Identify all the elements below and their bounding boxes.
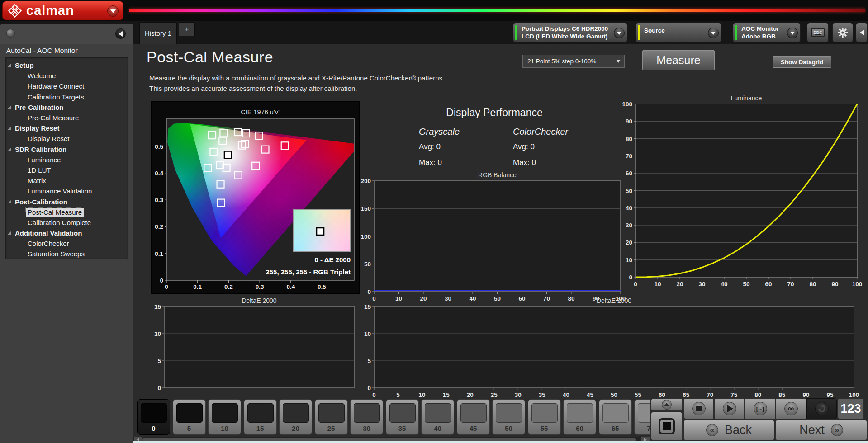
tree-section-sdr-calibration[interactable]: SDR Calibration xyxy=(6,144,128,155)
measure-button[interactable]: Measure xyxy=(642,50,715,70)
tree-item-saturation-sweeps[interactable]: Saturation Sweeps xyxy=(6,249,128,259)
display-line2: Adobe RGB xyxy=(741,33,776,40)
tree-section-post-calibration[interactable]: Post-Calibration xyxy=(6,196,128,207)
refresh-button[interactable] xyxy=(806,398,837,419)
source-label: Source xyxy=(644,27,665,34)
svg-text:5: 5 xyxy=(157,358,161,364)
svg-text:RGB Balance: RGB Balance xyxy=(478,172,517,179)
gray-patch xyxy=(602,403,629,423)
display-dropdown-arrow[interactable] xyxy=(787,28,798,38)
gray-step-35[interactable]: 35 xyxy=(386,399,419,435)
svg-text:0.2: 0.2 xyxy=(155,223,163,230)
tree-item-hardware-connect[interactable]: Hardware Connect xyxy=(6,81,128,91)
pattern-window-button[interactable] xyxy=(651,412,683,441)
gray-step-30[interactable]: 30 xyxy=(350,399,383,435)
svg-text:90: 90 xyxy=(802,391,809,398)
svg-text:100: 100 xyxy=(852,281,863,287)
svg-text:75: 75 xyxy=(730,391,738,398)
tree-item-luminance[interactable]: Luminance xyxy=(6,155,128,165)
svg-text:200: 200 xyxy=(360,178,371,184)
gray-step-40[interactable]: 40 xyxy=(421,399,454,435)
measure-range-button[interactable]: [··] xyxy=(745,398,775,419)
tree-item-calibration-targets[interactable]: Calibration Targets xyxy=(6,92,128,102)
svg-text:50: 50 xyxy=(743,281,749,287)
svg-text:70: 70 xyxy=(787,281,794,287)
logo-dropdown-arrow[interactable] xyxy=(107,5,119,17)
source-dropdown-arrow[interactable] xyxy=(708,28,719,38)
tree-section-additional-validation[interactable]: Additional Validation xyxy=(6,228,128,238)
svg-text:10: 10 xyxy=(654,281,661,287)
gray-step-55[interactable]: 55 xyxy=(528,399,561,435)
gray-step-0[interactable]: 0 xyxy=(137,399,170,435)
tree-item-calibration-complete[interactable]: Calibration Complete xyxy=(6,217,128,228)
back-button[interactable]: « Back xyxy=(683,420,774,440)
gray-step-5[interactable]: 5 xyxy=(173,399,206,435)
svg-text:20: 20 xyxy=(676,281,683,287)
display-status-stripe xyxy=(735,25,737,40)
tree-item-colorchecker[interactable]: ColorChecker xyxy=(6,238,128,249)
source-dropdown[interactable]: Source xyxy=(636,23,721,42)
tree-item-display-reset[interactable]: Display Reset xyxy=(6,133,128,144)
point-count-dropdown[interactable]: 21 Point 5% step 0-100% xyxy=(522,55,625,68)
add-tab-button[interactable]: + xyxy=(179,22,195,36)
tree-item-post-cal-measure[interactable]: Post-Cal Measure xyxy=(6,207,128,217)
next-button[interactable]: Next » xyxy=(775,420,867,440)
tree-section-pre-calibration[interactable]: Pre-Calibration xyxy=(6,102,128,113)
svg-text:40: 40 xyxy=(626,205,632,212)
gray-step-70[interactable]: 70 xyxy=(634,399,650,435)
gray-step-50[interactable]: 50 xyxy=(492,399,525,435)
gray-step-60[interactable]: 60 xyxy=(563,399,596,435)
svg-text:0.4: 0.4 xyxy=(286,283,295,290)
show-datagrid-button[interactable]: Show Datagrid xyxy=(773,56,831,68)
play-button[interactable] xyxy=(714,398,745,419)
tree-item-welcome[interactable]: Welcome xyxy=(6,71,128,81)
svg-text:15: 15 xyxy=(364,303,371,310)
meter-dropdown-arrow[interactable] xyxy=(614,28,625,38)
pattern-panel-up-button[interactable] xyxy=(651,398,683,411)
gray-step-20[interactable]: 20 xyxy=(279,399,312,435)
svg-text:0: 0 xyxy=(160,277,163,284)
gray-patch xyxy=(638,403,650,423)
ddc-monitor-icon: DDC xyxy=(811,28,825,37)
settings-button[interactable] xyxy=(832,23,853,42)
tab-history-1[interactable]: History 1 xyxy=(139,22,177,44)
gray-step-25[interactable]: 25 xyxy=(315,399,348,435)
gray-patch xyxy=(141,403,167,423)
calman-logo-menu[interactable]: calman xyxy=(2,1,123,20)
gray-step-45[interactable]: 45 xyxy=(457,399,490,435)
panel-collapse-button[interactable] xyxy=(856,23,868,42)
display-dropdown[interactable]: AOC Monitor Adobe RGB xyxy=(733,23,801,42)
continuous-measure-button[interactable]: ∞ xyxy=(776,398,806,419)
gray-patch xyxy=(425,403,451,423)
dropdown-carat-icon xyxy=(616,60,621,63)
gray-step-10[interactable]: 10 xyxy=(208,399,241,435)
tree-item-1d-lut[interactable]: 1D LUT xyxy=(6,165,128,175)
ddc-button[interactable]: DDC xyxy=(807,23,829,42)
deltae-grayscale-chart: DeltaE 2000051015 xyxy=(149,298,357,396)
meter-dropdown[interactable]: Portrait Displays C6 HDR2000 LCD (LED Wh… xyxy=(513,23,627,42)
svg-text:80: 80 xyxy=(809,281,816,287)
sidebar-header-area xyxy=(0,24,133,44)
gray-step-15[interactable]: 15 xyxy=(244,399,277,435)
tree-item-luminance-validation[interactable]: Luminance Validation xyxy=(6,186,128,196)
chevron-left-icon xyxy=(860,30,864,35)
gray-patch xyxy=(567,403,593,423)
gray-patch xyxy=(212,403,238,423)
tree-section-setup[interactable]: Setup xyxy=(6,60,128,71)
sidebar-collapse-button[interactable] xyxy=(115,28,126,39)
stop-button[interactable] xyxy=(683,398,714,419)
tree-item-matrix[interactable]: Matrix xyxy=(6,175,128,186)
source-status-stripe xyxy=(638,25,640,40)
window-bottom-edge xyxy=(133,441,868,443)
tree-section-display-reset[interactable]: Display Reset xyxy=(6,123,128,133)
page-description-line1: Measure the display with a combination o… xyxy=(149,74,444,82)
tree-item-pre-cal-measure[interactable]: Pre-Cal Measure xyxy=(6,113,128,123)
gray-step-65[interactable]: 65 xyxy=(599,399,632,435)
svg-text:50: 50 xyxy=(626,188,632,194)
svg-text:DeltaE 2000: DeltaE 2000 xyxy=(242,298,276,304)
svg-text:0: 0 xyxy=(165,283,168,290)
grayscale-step-strip: 0510152025303540455055606570 xyxy=(133,397,650,437)
svg-text:5: 5 xyxy=(367,358,371,364)
svg-text:85: 85 xyxy=(778,391,786,398)
svg-text:60: 60 xyxy=(626,170,632,177)
